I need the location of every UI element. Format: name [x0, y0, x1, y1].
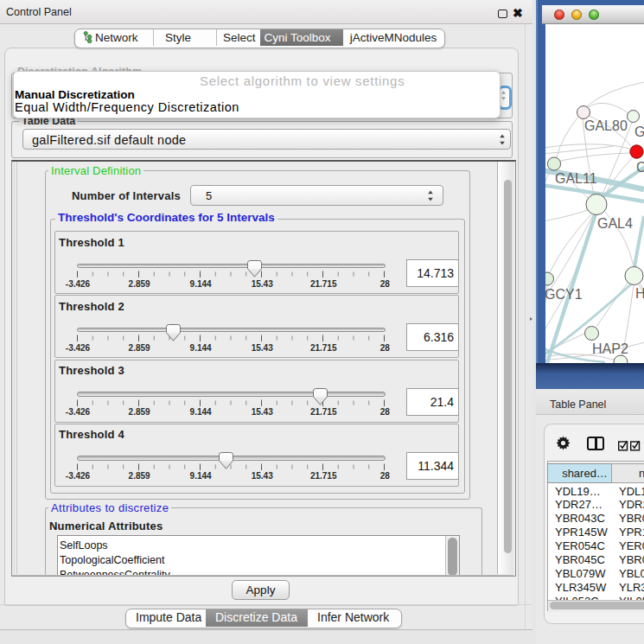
svg-text:GAL4: GAL4 — [597, 216, 633, 231]
svg-text:GA: GA — [634, 124, 644, 139]
svg-text:GAL11: GAL11 — [555, 171, 597, 186]
svg-text:HIS: HIS — [635, 286, 644, 301]
svg-text:GCY1: GCY1 — [545, 287, 583, 302]
svg-text:GAL80: GAL80 — [584, 118, 628, 133]
svg-text:HAP2: HAP2 — [592, 341, 628, 356]
svg-text:CY: CY — [636, 160, 644, 175]
